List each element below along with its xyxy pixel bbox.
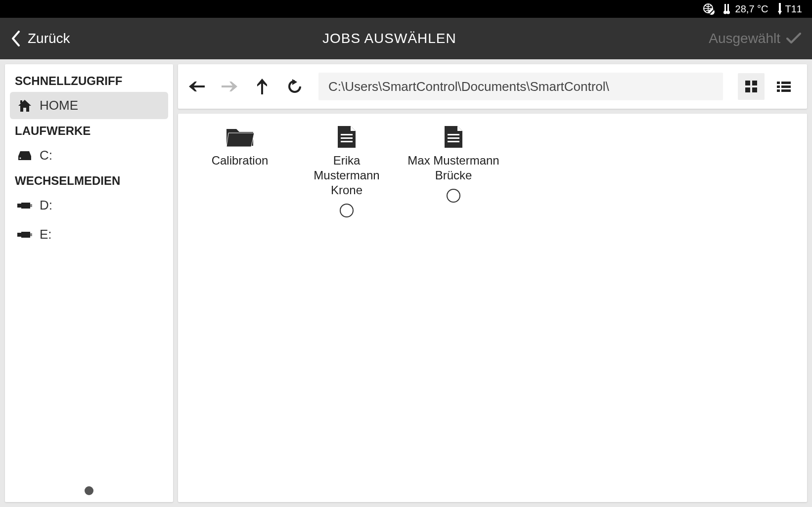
back-label: Zurück [28,31,70,46]
home-icon [17,99,33,113]
svg-rect-9 [20,100,22,103]
svg-rect-16 [21,232,30,238]
svg-rect-23 [777,82,780,84]
svg-rect-33 [448,137,459,139]
arrow-up-icon [256,79,268,94]
file-grid: Calibration Erika Mustermann Krone Max M… [178,114,807,502]
svg-rect-30 [341,137,353,139]
svg-rect-19 [745,81,750,85]
usb-icon [17,202,33,210]
svg-rect-32 [448,134,459,135]
nav-forward-button[interactable] [221,78,238,95]
navigation-toolbar: C:\Users\SmartControl\Documents\SmartCon… [178,64,807,109]
status-bar: 28,7 °C T11 [0,0,812,18]
pager-dot [85,486,93,495]
svg-rect-25 [777,85,780,88]
svg-rect-15 [17,233,21,237]
selection-indicator[interactable] [340,204,354,217]
globe-offline-icon [703,3,715,15]
tool-value: T11 [785,3,802,15]
svg-rect-20 [752,81,757,85]
svg-point-4 [723,11,727,14]
grid-icon [744,80,758,93]
svg-rect-21 [745,87,750,92]
sidebar-item-drive-c[interactable]: C: [10,142,168,169]
svg-rect-17 [30,233,32,236]
sidebar-item-label: HOME [40,98,78,113]
hdd-icon [17,150,33,161]
file-label: Erika Mustermann Krone [300,153,394,198]
svg-rect-13 [21,203,30,209]
thermometer-icon [723,3,732,15]
sidebar-section-quick: SCHNELLZUGRIFF [8,71,170,92]
content-column: C:\Users\SmartControl\Documents\SmartCon… [178,64,807,502]
svg-rect-12 [17,204,21,208]
temperature-display: 28,7 °C [723,3,768,15]
file-label: Calibration [212,153,269,168]
file-item-job[interactable]: Erika Mustermann Krone [300,125,394,217]
selected-label: Ausgewählt [709,31,780,46]
sidebar-section-removable: WECHSELMEDIEN [8,171,170,192]
svg-point-11 [20,157,21,159]
usb-icon [17,231,33,239]
svg-rect-3 [724,4,726,11]
nav-refresh-button[interactable] [286,78,304,95]
arrow-right-icon [222,81,237,92]
main-area: SCHNELLZUGRIFF HOME LAUFWERKE C: WECHSEL… [0,59,812,507]
nav-up-button[interactable] [253,78,271,95]
svg-rect-27 [777,89,780,92]
refresh-icon [287,79,302,94]
list-icon [777,81,791,92]
selection-indicator[interactable] [447,189,460,203]
sidebar-item-drive-e[interactable]: E: [10,221,168,248]
sidebar-item-drive-d[interactable]: D: [10,192,168,219]
page-title: JOBS AUSWÄHLEN [70,31,709,46]
sidebar-item-label: C: [40,148,52,163]
svg-rect-29 [341,134,353,135]
document-icon [337,125,357,149]
document-icon [444,125,463,149]
sidebar-item-label: D: [40,198,52,213]
temperature-value: 28,7 °C [735,3,768,15]
svg-rect-7 [779,3,781,11]
svg-rect-28 [781,89,791,92]
file-item-job[interactable]: Max Mustermann Brücke [406,125,500,217]
path-value: C:\Users\SmartControl\Documents\SmartCon… [328,79,609,94]
file-label: Max Mustermann Brücke [406,153,500,183]
svg-rect-31 [341,141,353,142]
chevron-left-icon [11,31,21,46]
arrow-left-icon [189,81,205,92]
svg-rect-5 [727,4,729,11]
svg-rect-26 [781,85,791,88]
view-grid-button[interactable] [738,73,765,100]
selected-button[interactable]: Ausgewählt [709,31,801,46]
sidebar-item-label: E: [40,227,52,242]
network-status [703,3,715,15]
svg-rect-34 [448,141,459,142]
svg-marker-8 [778,11,782,15]
sidebar-section-drives: LAUFWERKE [8,121,170,142]
header-bar: Zurück JOBS AUSWÄHLEN Ausgewählt [0,18,812,59]
tool-icon [777,3,782,15]
nav-back-button[interactable] [188,78,206,95]
svg-marker-18 [292,79,297,85]
svg-rect-14 [30,204,32,207]
path-display[interactable]: C:\Users\SmartControl\Documents\SmartCon… [318,73,723,100]
sidebar: SCHNELLZUGRIFF HOME LAUFWERKE C: WECHSEL… [5,64,173,502]
back-button[interactable]: Zurück [11,31,70,46]
svg-rect-24 [781,82,791,84]
svg-point-6 [726,11,730,14]
folder-icon [226,125,254,149]
tool-display: T11 [777,3,802,15]
sidebar-item-home[interactable]: HOME [10,92,168,119]
check-icon [786,33,801,44]
view-list-button[interactable] [770,73,797,100]
view-mode-toggle [738,73,797,100]
file-item-folder[interactable]: Calibration [193,125,287,217]
svg-rect-22 [752,87,757,92]
